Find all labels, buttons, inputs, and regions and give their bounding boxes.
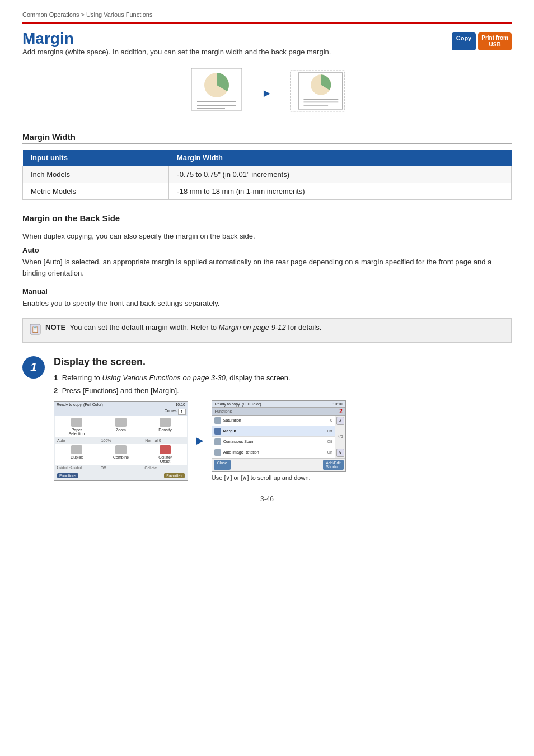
right-screen-status: Ready to copy. (Full Color) (215, 402, 261, 406)
table-cell-width1: -0.75 to 0.75" (in 0.01" increments) (169, 166, 512, 183)
continuous-scan-value: Off (327, 440, 332, 444)
right-screen-number: 2 (339, 408, 343, 414)
svg-text:📋: 📋 (31, 325, 39, 333)
copy-badge: Copy (452, 32, 476, 50)
left-screen-time: 10:10 (175, 403, 185, 407)
left-screen-status: Ready to copy. (Full Color) (57, 403, 103, 407)
margin-value: Off (327, 429, 332, 433)
substep1-link: Using Various Functions on page 3-30 (102, 374, 226, 382)
table-col1-header: Input units (23, 150, 169, 166)
favorites-button[interactable]: Favorites (164, 473, 185, 478)
table-cell-input1: Inch Models (23, 166, 169, 183)
back-side-intro: When duplex copying, you can also specif… (22, 231, 512, 242)
table-cell-input2: Metric Models (23, 183, 169, 199)
arrow-between-screens-icon: ► (194, 433, 206, 448)
page-title: Margin (22, 30, 331, 48)
copies-value: 1 (178, 409, 186, 415)
saturation-label: Saturation (223, 418, 330, 422)
screens-area: Ready to copy. (Full Color) 10:10 Copies… (54, 400, 512, 482)
note-text-prefix: You can set the default margin width. Re… (70, 323, 219, 332)
breadcrumb: Common Operations > Using Various Functi… (22, 11, 512, 24)
auto-text: When [Auto] is selected, an appropriate … (22, 256, 512, 278)
step-1: 1 Display the screen. 1 Referring to Usi… (22, 356, 512, 482)
step-title: Display the screen. (54, 356, 512, 368)
manual-subsection: Manual Enables you to specify the front … (22, 287, 512, 309)
arrow-right-icon: ► (261, 87, 273, 100)
left-screen-header: Ready to copy. (Full Color) 10:10 (54, 402, 188, 408)
substep-1: 1 Referring to Using Various Functions o… (54, 374, 512, 382)
manual-text: Enables you to specify the front and bac… (22, 298, 512, 309)
manual-title: Manual (22, 287, 512, 296)
substep-2: 2 Press [Functions] and then [Margin]. (54, 386, 512, 395)
copies-label: Copies (165, 409, 178, 415)
substep2-text: Press [Functions] and then [Margin]. (62, 386, 179, 395)
substep1-prefix: Referring to (62, 374, 102, 382)
note-box: 📋 NOTE You can set the default margin wi… (22, 318, 512, 343)
note-label: NOTE (45, 323, 65, 332)
copies-row: Copies 1 (54, 408, 188, 416)
table-row: Metric Models -18 mm to 18 mm (in 1-mm i… (23, 183, 512, 199)
continuous-scan-label: Continuous Scan (223, 440, 327, 444)
table-cell-width2: -18 mm to 18 mm (in 1-mm increments) (169, 183, 512, 199)
right-screen: Ready to copy. (Full Color) 10:10 Functi… (212, 400, 346, 482)
substep-1-number: 1 (54, 374, 58, 382)
use-scroll-text: Use [∨] or [∧] to scroll up and down. (212, 474, 346, 482)
functions-button[interactable]: Functions (57, 473, 78, 478)
margin-width-section-title: Margin Width (22, 132, 512, 144)
substep1-suffix: , display the screen. (226, 374, 291, 382)
note-icon: 📋 (30, 324, 41, 338)
auto-subsection: Auto When [Auto] is selected, an appropr… (22, 246, 512, 278)
substep-2-number: 2 (54, 386, 58, 395)
saturation-value: 0 (330, 418, 332, 422)
step-number: 1 (22, 356, 45, 379)
margin-illustration: ► (22, 68, 512, 119)
auto-image-rotation-value: On (327, 450, 332, 454)
margin-width-table: Input units Margin Width Inch Models -0.… (22, 150, 512, 200)
auto-image-rotation-label: Auto Image Rotation (223, 450, 327, 454)
left-screen: Ready to copy. (Full Color) 10:10 Copies… (54, 401, 188, 481)
table-col2-header: Margin Width (169, 150, 512, 166)
usb-badge: Print fromUSB (478, 32, 512, 50)
note-text-suffix: for details. (286, 323, 322, 332)
right-screen-time: 10:10 (332, 402, 343, 406)
back-side-section-title: Margin on the Back Side (22, 213, 512, 225)
page-indicator: 4/5 (336, 435, 344, 438)
margin-label: Margin (223, 429, 327, 433)
close-button[interactable]: Close (214, 460, 231, 470)
note-content: NOTE You can set the default margin widt… (45, 323, 321, 332)
step-content: Display the screen. 1 Referring to Using… (54, 356, 512, 482)
add-edit-button[interactable]: Add/EditShortu... (323, 460, 343, 470)
note-link: Margin on page 9-12 (219, 323, 286, 332)
page-number: 3-46 (22, 495, 512, 503)
page-subtitle: Add margins (white space). In addition, … (22, 48, 331, 56)
auto-title: Auto (22, 246, 512, 254)
table-row: Inch Models -0.75 to 0.75" (in 0.01" inc… (23, 166, 512, 183)
